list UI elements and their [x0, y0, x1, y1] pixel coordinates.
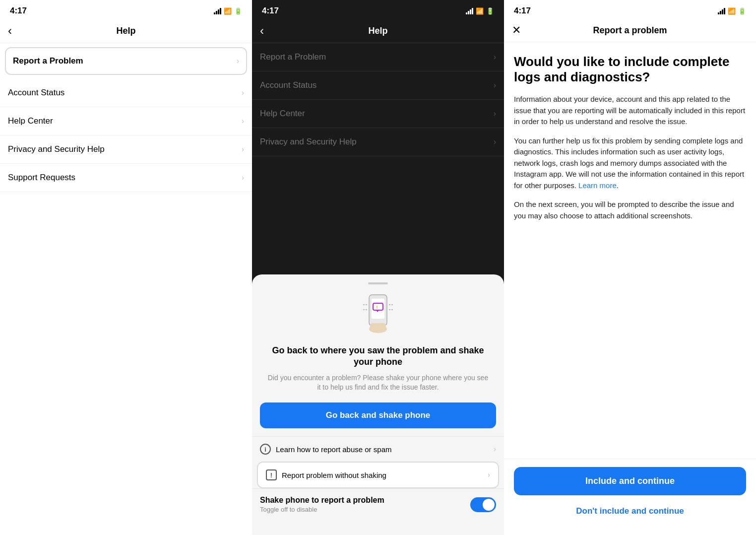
menu-chevron-support-requests: ›	[242, 173, 244, 182]
right-time: 4:17	[514, 6, 531, 16]
sheet-handle	[368, 282, 388, 284]
right-nav-title: Report a problem	[593, 25, 667, 36]
phone-shake-svg: !	[358, 292, 398, 337]
middle-menu-chevron-report: ›	[494, 53, 496, 62]
svg-text:!: !	[377, 305, 378, 310]
middle-time: 4:17	[262, 6, 279, 16]
right-content: Would you like to include complete logs …	[504, 42, 756, 459]
alert-icon: !	[266, 469, 277, 480]
toggle-labels: Shake phone to report a problem Toggle o…	[260, 496, 384, 513]
shake-button[interactable]: Go back and shake phone	[260, 402, 496, 428]
left-status-bar: 4:17 📶 🔋	[0, 0, 252, 19]
right-wifi-icon: 📶	[728, 7, 736, 15]
shake-toggle[interactable]	[470, 497, 496, 512]
signal-icon	[214, 7, 221, 14]
toggle-label-text: Shake phone to report a problem	[260, 496, 384, 505]
menu-item-support-requests-label: Support Requests	[8, 173, 75, 183]
right-heading: Would you like to include complete logs …	[514, 54, 746, 85]
middle-menu-item-help: Help Center ›	[252, 100, 504, 128]
shake-bottom-sheet: ! Go back to where you saw the problem a…	[252, 274, 504, 535]
middle-menu-chevron-account: ›	[494, 81, 496, 90]
right-signal-icon	[718, 7, 725, 14]
menu-chevron-report-problem: ›	[237, 57, 239, 66]
right-nav: ✕ Report a problem	[504, 19, 756, 42]
middle-nav: ‹ Help	[252, 19, 504, 43]
left-time: 4:17	[10, 6, 27, 16]
menu-item-help-center-label: Help Center	[8, 116, 53, 126]
right-panel: 4:17 📶 🔋 ✕ Report a problem Would you li…	[504, 0, 756, 535]
middle-menu-item-account: Account Status ›	[252, 71, 504, 100]
toggle-sublabel-text: Toggle off to disable	[260, 506, 384, 513]
learn-abuse-text: Learn how to report abuse or spam	[276, 445, 391, 454]
menu-chevron-privacy-security: ›	[242, 145, 244, 154]
learn-abuse-row[interactable]: i Learn how to report abuse or spam ›	[252, 436, 504, 462]
wifi-icon: 📶	[224, 7, 232, 15]
report-no-shake-left: ! Report problem without shaking	[266, 469, 386, 480]
menu-item-account-status-label: Account Status	[8, 88, 64, 98]
learn-abuse-chevron: ›	[494, 445, 496, 454]
middle-wifi-icon: 📶	[476, 7, 484, 15]
middle-nav-title: Help	[368, 26, 387, 36]
right-body-3: On the next screen, you will be prompted…	[514, 199, 746, 221]
middle-menu-item-report: Report a Problem ›	[252, 43, 504, 71]
menu-chevron-help-center: ›	[242, 117, 244, 126]
right-body-1: Information about your device, account a…	[514, 94, 746, 128]
left-panel: 4:17 📶 🔋 ‹ Help Report a Problem › Accou…	[0, 0, 252, 535]
menu-item-report-problem-label: Report a Problem	[13, 56, 83, 66]
report-no-shake-row[interactable]: ! Report problem without shaking ›	[257, 462, 499, 488]
info-icon: i	[260, 444, 271, 455]
battery-icon: 🔋	[234, 7, 242, 15]
middle-back-button[interactable]: ‹	[260, 24, 276, 38]
middle-menu-item-privacy-label: Privacy and Security Help	[260, 137, 357, 147]
menu-item-privacy-security[interactable]: Privacy and Security Help ›	[0, 135, 252, 164]
menu-item-support-requests[interactable]: Support Requests ›	[0, 164, 252, 192]
left-back-button[interactable]: ‹	[8, 24, 24, 38]
include-continue-button[interactable]: Include and continue	[514, 467, 746, 495]
learn-abuse-left: i Learn how to report abuse or spam	[260, 444, 391, 455]
middle-menu-item-privacy: Privacy and Security Help ›	[252, 128, 504, 156]
middle-menu-item-report-label: Report a Problem	[260, 52, 326, 62]
toggle-row: Shake phone to report a problem Toggle o…	[252, 488, 504, 520]
shake-illustration: !	[252, 292, 504, 337]
report-no-shake-chevron: ›	[488, 470, 490, 479]
menu-item-help-center[interactable]: Help Center ›	[0, 107, 252, 135]
sheet-subtitle: Did you encounter a problem? Please shak…	[252, 373, 504, 393]
right-close-button[interactable]: ✕	[512, 24, 528, 37]
middle-menu-bg: Report a Problem › Account Status › Help…	[252, 43, 504, 156]
menu-chevron-account-status: ›	[242, 88, 244, 97]
toggle-row-inner: Shake phone to report a problem Toggle o…	[260, 496, 496, 513]
middle-signal-icon	[466, 7, 473, 14]
right-status-icons: 📶 🔋	[718, 7, 746, 15]
left-menu-list: Report a Problem › Account Status › Help…	[0, 43, 252, 535]
svg-rect-10	[370, 323, 386, 330]
middle-battery-icon: 🔋	[486, 7, 494, 15]
middle-menu-item-account-label: Account Status	[260, 80, 316, 90]
left-status-icons: 📶 🔋	[214, 7, 242, 15]
menu-item-report-problem[interactable]: Report a Problem ›	[5, 47, 247, 75]
report-no-shake-text: Report problem without shaking	[282, 471, 386, 479]
middle-status-icons: 📶 🔋	[466, 7, 494, 15]
middle-menu-item-help-label: Help Center	[260, 109, 305, 119]
learn-more-link[interactable]: Learn more	[578, 181, 617, 190]
middle-status-bar: 4:17 📶 🔋	[252, 0, 504, 19]
middle-menu-chevron-privacy: ›	[494, 137, 496, 146]
sheet-title: Go back to where you saw the problem and…	[252, 345, 504, 368]
right-body-2: You can further help us fix this problem…	[514, 135, 746, 192]
right-battery-icon: 🔋	[738, 7, 746, 15]
right-status-bar: 4:17 📶 🔋	[504, 0, 756, 19]
left-nav: ‹ Help	[0, 19, 252, 43]
left-nav-title: Help	[116, 26, 135, 36]
middle-menu-chevron-help: ›	[494, 109, 496, 118]
menu-item-account-status[interactable]: Account Status ›	[0, 79, 252, 107]
middle-panel: 4:17 📶 🔋 ‹ Help Report a Problem › Accou…	[252, 0, 504, 535]
dont-include-button[interactable]: Don't include and continue	[514, 502, 746, 520]
menu-item-privacy-security-label: Privacy and Security Help	[8, 144, 105, 154]
right-body-2-text: You can further help us fix this problem…	[514, 136, 744, 190]
right-footer: Include and continue Don't include and c…	[504, 459, 756, 535]
